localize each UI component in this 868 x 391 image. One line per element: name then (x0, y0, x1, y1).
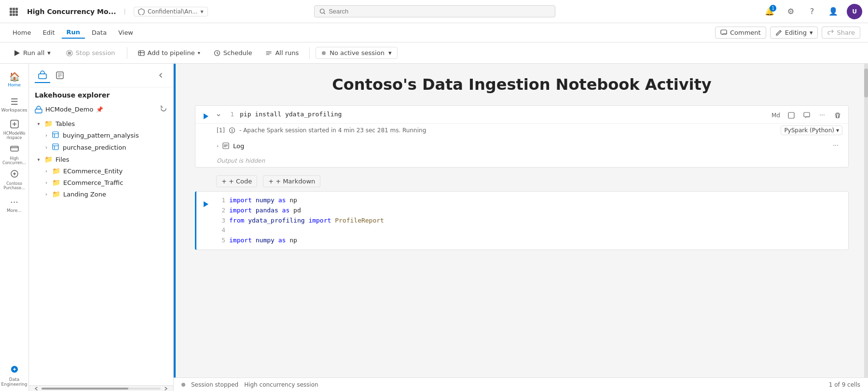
cell-1-info-icon (229, 127, 235, 134)
svg-rect-1 (13, 8, 15, 10)
cell-comment-icon[interactable] (800, 109, 813, 122)
sidebar-hcmode-label: HCModeWorkspace (3, 131, 26, 140)
editing-chevron: ▾ (810, 29, 813, 36)
tree-item-purchase-prediction[interactable]: › purchase_prediction (29, 141, 173, 154)
cell-2-run-button[interactable] (199, 197, 213, 211)
explorer-collapse-button[interactable] (154, 69, 167, 82)
cell-2-code[interactable]: 1 import numpy as np 2 import pandas as … (216, 196, 848, 246)
add-code-button[interactable]: + + Code (216, 175, 257, 187)
help-button[interactable]: ? (804, 4, 820, 19)
vertical-scrollbar[interactable] (864, 64, 868, 377)
scrollbar-track (41, 388, 161, 390)
sidebar-item-contoso[interactable]: ContosoPurchase... (3, 168, 26, 191)
session-chevron: ▾ (388, 49, 392, 56)
search-bar[interactable] (314, 5, 555, 17)
status-dot (181, 383, 185, 387)
menu-right-actions: Comment Editing ▾ Share (715, 27, 860, 39)
explorer-panel: Lakehouse explorer HCMode_Demo 📌 ▾ 📁 Tab… (29, 64, 174, 391)
svg-rect-2 (15, 8, 18, 10)
svg-rect-13 (68, 52, 71, 55)
run-all-button[interactable]: Run all ▾ (8, 47, 56, 58)
menu-home[interactable]: Home (8, 27, 36, 38)
sensitivity-label: Confidential\An... (148, 8, 198, 15)
add-to-pipeline-button[interactable]: Add to pipeline ▾ (133, 47, 205, 58)
no-active-session-button[interactable]: No active session ▾ (316, 47, 398, 59)
sidebar-item-data-engineering[interactable]: Data Engineering (3, 364, 26, 387)
cell-1-expand-button[interactable] (213, 110, 224, 121)
landing-zone-folder-icon: 📁 (52, 190, 60, 198)
sidebar-item-more[interactable]: ··· More... (3, 193, 26, 216)
settings-button[interactable]: ⚙ (783, 4, 799, 19)
cell-1-line-numbers: 1 (224, 110, 240, 120)
schedule-label: Schedule (223, 49, 252, 56)
sync-button[interactable] (160, 105, 167, 114)
pyspark-select[interactable]: PySpark (Python) ▾ (781, 126, 842, 135)
tree-item-buying-pattern[interactable]: › buying_pattern_analysis (29, 129, 173, 141)
cell-format-icon[interactable] (785, 109, 798, 122)
sidebar-item-home[interactable]: 🏠 Home (3, 68, 26, 91)
tree-item-files[interactable]: ▾ 📁 Files (29, 154, 173, 165)
buying-pattern-expand: › (42, 132, 50, 140)
menu-data[interactable]: Data (87, 27, 111, 38)
cell-1-content: 1 pip install ydata_profiling (224, 110, 844, 120)
cell-1-execution: [1] - Apache Spark session started in 4 … (195, 123, 848, 137)
stop-session-button[interactable]: Stop session (60, 47, 121, 58)
lakehouse-row[interactable]: HCMode_Demo 📌 (29, 103, 173, 116)
sensitivity-badge[interactable]: Confidential\An... ▾ (134, 7, 208, 16)
tree-item-ecommerce-entity[interactable]: › 📁 ECommerce_Entity (29, 165, 173, 177)
concurrency-label: High concurrency session (244, 381, 318, 388)
toolbar: Run all ▾ Stop session Add to pipeline ▾… (0, 42, 868, 64)
code-line-2: 2 import pandas as pd (216, 206, 842, 216)
log-label: Log (233, 142, 244, 150)
high-concurren-icon (10, 144, 19, 155)
svg-rect-7 (13, 14, 15, 16)
share-button[interactable]: Share (822, 27, 860, 39)
sidebar-item-hcmode[interactable]: HCModeWorkspace (3, 118, 26, 141)
pyspark-chevron: ▾ (836, 127, 839, 134)
menu-run[interactable]: Run (62, 27, 85, 39)
sidebar-item-workspaces[interactable]: ☰ Workspaces (3, 93, 26, 116)
all-runs-button[interactable]: All runs (261, 47, 303, 58)
explorer-scrollbar[interactable] (29, 385, 173, 391)
svg-rect-25 (788, 112, 794, 118)
account-button[interactable]: 👤 (826, 4, 841, 19)
menu-view[interactable]: View (113, 27, 138, 38)
tree-item-landing-zone[interactable]: › 📁 Landing Zone (29, 188, 173, 200)
session-dot (322, 51, 326, 55)
active-indicator-bar (174, 64, 176, 377)
hcmode-icon (10, 119, 19, 130)
scroll-left-icon[interactable] (33, 385, 40, 391)
cells-info: 1 of 9 cells (829, 381, 860, 388)
notification-button[interactable]: 🔔 1 (762, 4, 777, 19)
app-grid-icon[interactable] (6, 4, 21, 19)
lakehouse-name: HCMode_Demo (45, 106, 93, 113)
menu-bar: Home Edit Run Data View Comment Editing … (0, 23, 868, 42)
add-markdown-button[interactable]: + + Markdown (263, 175, 320, 187)
avatar[interactable]: U (847, 4, 862, 19)
cell-1-code[interactable]: pip install ydata_profiling (240, 110, 844, 120)
cell-more-icon[interactable]: ··· (815, 109, 829, 122)
tree-item-tables[interactable]: ▾ 📁 Tables (29, 118, 173, 129)
explorer-tab-files[interactable] (52, 68, 68, 83)
menu-edit[interactable]: Edit (38, 27, 59, 38)
explorer-header (29, 64, 173, 87)
top-right-actions: 🔔 1 ⚙ ? 👤 U (762, 4, 862, 19)
comment-button[interactable]: Comment (715, 27, 766, 39)
editing-button[interactable]: Editing ▾ (770, 27, 818, 39)
ecommerce-entity-folder-icon: 📁 (52, 167, 60, 175)
tree-item-ecommerce-traffic[interactable]: › 📁 ECommerce_Traffic (29, 177, 173, 188)
pyspark-label: PySpark (Python) (784, 127, 834, 134)
search-input[interactable] (329, 8, 550, 15)
sidebar-item-high-concurren[interactable]: HighConcurren... (3, 143, 26, 166)
schedule-button[interactable]: Schedule (209, 47, 257, 58)
scroll-right-icon[interactable] (163, 385, 169, 391)
cell-delete-icon[interactable] (831, 109, 844, 122)
svg-rect-6 (10, 14, 12, 16)
code-line-4: 4 (216, 225, 842, 236)
cell-1-run-button[interactable] (199, 110, 213, 123)
log-more-icon[interactable]: ··· (829, 139, 842, 153)
cell-1-log-row[interactable]: › Log ··· (195, 137, 848, 154)
explorer-tab-lakehouse[interactable] (35, 68, 50, 83)
data-engineering-icon (10, 364, 19, 376)
cell-markdown-icon[interactable]: Md (769, 109, 783, 122)
